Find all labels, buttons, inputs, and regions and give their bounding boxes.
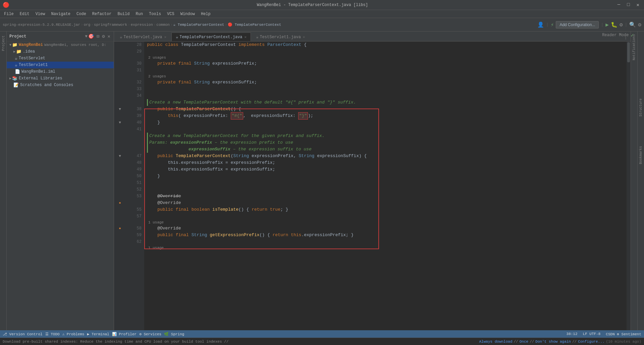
branch-info: CSDN ⊕ Sentiment — [606, 332, 641, 336]
tab-close-button[interactable]: ✕ — [245, 35, 247, 39]
breadcrumb-org[interactable]: org — [84, 23, 91, 27]
close-button[interactable]: ✕ — [635, 1, 641, 8]
dont-show-link[interactable]: Don't show again — [535, 340, 571, 344]
tab-icon: ☕ — [120, 34, 122, 40]
menu-edit[interactable]: Edit — [17, 11, 32, 17]
code-line-29 — [147, 48, 624, 55]
code-content[interactable]: public class TemplateParserContext imple… — [144, 42, 627, 330]
toolbar-sep1: | — [546, 22, 549, 27]
project-folder-icon: 📁 — [12, 42, 17, 48]
sidebar-dropdown[interactable]: ▼ — [85, 34, 87, 39]
locate-file-button[interactable]: 🎯 — [88, 33, 95, 40]
services-button[interactable]: ⚙ Services — [139, 332, 161, 336]
tab-close-button[interactable]: ✕ — [303, 35, 305, 39]
menu-build[interactable]: Build — [115, 11, 132, 17]
tab-icon: ☕ — [176, 34, 178, 40]
menu-refactor[interactable]: Refactor — [90, 11, 114, 17]
run-button[interactable]: ▶ — [605, 21, 609, 28]
sidebar-close-button[interactable]: ✕ — [107, 33, 111, 40]
breadcrumb-springframework[interactable]: springframework — [94, 23, 127, 27]
tree-item-idea[interactable]: ▶ 📁 .idea — [7, 48, 114, 55]
tree-label: TestServlet1 — [19, 63, 48, 67]
notif-sep2: // — [530, 340, 534, 344]
fold-icon-47[interactable]: ▼ — [119, 153, 121, 159]
profile-button[interactable]: 👤 — [537, 21, 544, 28]
always-download-link[interactable]: Always download — [479, 340, 512, 344]
scrollbar[interactable] — [627, 42, 631, 330]
collapse-all-button[interactable]: ⊟ — [96, 33, 100, 40]
tab-templateparsercontext[interactable]: ☕ TemplateParserContext.java ✕ — [171, 32, 251, 41]
code-line-47: public TemplateParserContext(String expr… — [147, 153, 624, 159]
menu-view[interactable]: View — [33, 11, 48, 17]
maximize-button[interactable]: □ — [625, 1, 632, 8]
menu-code[interactable]: Code — [74, 11, 89, 17]
add-config-button[interactable]: Add Configuration... — [556, 21, 599, 28]
todo-button[interactable]: ☰ TODO — [45, 332, 60, 336]
fold-icon-38[interactable]: ▼ — [119, 106, 121, 113]
menu-vcs[interactable]: VCS — [164, 11, 177, 17]
tree-item-testservlet1[interactable]: ☕ TestServlet1 — [7, 62, 114, 68]
code-line-62 — [147, 238, 624, 245]
reader-mode-container: Reader Mode ✓ — [602, 32, 631, 39]
code-line-54: @Override — [147, 200, 624, 206]
tab-close-button[interactable]: ✕ — [164, 35, 166, 39]
menu-help[interactable]: Help — [198, 11, 213, 17]
breadcrumb-templateparsercontext2[interactable]: 🔴 TemplateParserContext — [228, 22, 281, 27]
sidebar-header: Project ▼ 🎯 ⊟ ⚙ ✕ — [7, 31, 114, 42]
bookmarks-tab[interactable]: Bookmarks — [639, 146, 643, 164]
usage-indicator-4: 1 usage — [147, 245, 624, 251]
configure-link[interactable]: Configure... — [578, 340, 604, 344]
debug-button[interactable]: 🐛 — [611, 21, 618, 28]
tree-item-wangrenBei[interactable]: ▼ 📁 WangRenBei WangRenBei, sources root,… — [7, 42, 114, 48]
more-button[interactable]: ⚙ — [620, 21, 623, 28]
menubar: File Edit View Navigate Code Refactor Bu… — [0, 10, 644, 18]
breadcrumb-sep5: › — [170, 23, 173, 27]
menu-window[interactable]: Window — [178, 11, 198, 17]
sidebar-settings-button[interactable]: ⚙ — [101, 33, 105, 40]
tab-label: TestServlet.java — [123, 35, 162, 40]
terminal-button[interactable]: ▶ Terminal — [87, 332, 109, 336]
tree-item-scratches[interactable]: 📝 Scratches and Consoles — [7, 82, 114, 88]
minimize-button[interactable]: ─ — [615, 1, 622, 8]
menu-navigate[interactable]: Navigate — [48, 11, 73, 17]
iml-file-icon: 📄 — [15, 69, 20, 74]
sidebar: Project ▼ 🎯 ⊟ ⚙ ✕ ▼ 📁 WangRenBei WangRen… — [7, 31, 114, 330]
editor-container: ☕ TestServlet.java ✕ ☕ TemplateParserCon… — [114, 31, 631, 330]
spring-button[interactable]: 🌿 Spring — [164, 332, 184, 336]
version-control-button[interactable]: ⎇ Version Control — [3, 332, 43, 336]
notifications-tab[interactable]: Notifications — [632, 34, 636, 60]
code-line-31 — [147, 67, 624, 74]
menu-tools[interactable]: Tools — [146, 11, 164, 17]
search-button[interactable]: 🔍 — [629, 21, 636, 28]
breadcrumb-common[interactable]: common — [156, 23, 170, 27]
project-tool-icon[interactable]: Project — [0, 34, 7, 52]
once-link[interactable]: Once — [520, 340, 528, 344]
tab-bar: ☕ TestServlet.java ✕ ☕ TemplateParserCon… — [114, 31, 631, 42]
tab-icon: ☕ — [256, 34, 258, 40]
tree-item-external-libs[interactable]: ▶ 📚 External Libraries — [7, 75, 114, 82]
line-numbers: 28 29 30 31 32 33 34 38 39 40 41 47 48 4… — [126, 42, 144, 330]
code-line-28: public class TemplateParserContext imple… — [147, 42, 624, 48]
problems-button[interactable]: ⚠ Problems — [62, 332, 85, 336]
code-line-49: this.expressionSuffix = expressionSuffix… — [147, 166, 624, 173]
sync-button[interactable]: ⚡ — [551, 21, 554, 28]
breadcrumb-templateparsercontext1[interactable]: ☕ TemplateParserContext — [173, 22, 224, 27]
tree-item-wangrenBei-iml[interactable]: 📄 WangRenBei.iml — [7, 68, 114, 75]
tree-label: WangRenBei — [19, 43, 43, 47]
breadcrumb-sep1: › — [81, 23, 83, 27]
code-editor[interactable]: ▼ ▼ ▼ ● ● — [114, 42, 631, 330]
notification-text: Download pre-built shared indexes: Reduc… — [3, 340, 478, 344]
breadcrumb-expression[interactable]: expression — [131, 23, 153, 27]
structure-tab[interactable]: Structure — [639, 98, 643, 117]
code-line-39: this( expressionPrefix: "#{", expression… — [147, 113, 624, 119]
profiler-button[interactable]: 📊 Profiler — [112, 332, 137, 336]
tree-item-testservlet[interactable]: ☕ TestServlet — [7, 55, 114, 62]
fold-icon-40[interactable]: ▼ — [119, 119, 121, 126]
menu-run[interactable]: Run — [133, 11, 146, 17]
tab-testservlet1[interactable]: ☕ TestServlet1.java ✕ — [252, 32, 309, 41]
tab-testservlet[interactable]: ☕ TestServlet.java ✕ — [115, 32, 171, 41]
menu-file[interactable]: File — [1, 11, 16, 17]
breadcrumb-jar[interactable]: spring-expression-5.2.9.RELEASE.jar — [3, 23, 80, 27]
settings-button[interactable]: ⚙ — [638, 21, 641, 28]
toolbar: spring-expression-5.2.9.RELEASE.jar › or… — [0, 18, 644, 31]
